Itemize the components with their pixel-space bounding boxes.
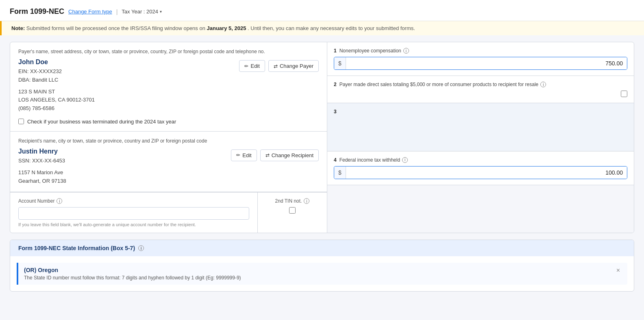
page-header: Form 1099-NEC Change Form type | Tax Yea… — [0, 0, 644, 21]
account-hint: If you leave this field blank, we'll aut… — [18, 222, 249, 227]
payer-phone: (085) 785-6586 — [18, 104, 239, 113]
field-2-checkbox-row — [334, 91, 627, 97]
right-panel: 1 Nonemployee compensation i $ 2 Payer m… — [327, 42, 634, 233]
state-item-content: (OR) Oregon The State ID number must fol… — [24, 267, 615, 281]
account-section: Account Number i If you leave this field… — [10, 192, 258, 233]
field-3-block: 3 — [327, 103, 634, 151]
state-header: Form 1099-NEC State Information (Box 5-7… — [10, 240, 634, 256]
field-4-input-wrap: $ — [334, 166, 627, 179]
note-date: January 5, 2025 — [207, 25, 246, 31]
field-2-block: 2 Payer made direct sales totaling $5,00… — [327, 76, 634, 103]
edit-icon: ✏ — [244, 63, 248, 69]
field-4-info-icon[interactable]: i — [402, 157, 408, 163]
state-item: (OR) Oregon The State ID number must fol… — [17, 263, 627, 285]
payer-info: John Doe EIN: XX-XXXX232 DBA: Bandit LLC… — [18, 58, 239, 113]
field-2-checkbox[interactable] — [621, 91, 627, 97]
payer-section: Payer's name, street address, city or to… — [10, 42, 327, 132]
edit-icon: ✏ — [236, 152, 240, 158]
payer-section-label: Payer's name, street address, city or to… — [18, 49, 319, 54]
field-1-label: 1 Nonemployee compensation i — [334, 48, 627, 54]
state-body: (OR) Oregon The State ID number must fol… — [10, 263, 634, 285]
main-content: Payer's name, street address, city or to… — [0, 35, 644, 298]
state-item-note: The State ID number must follow this for… — [24, 275, 615, 281]
field-4-num: 4 — [334, 157, 337, 163]
dollar-sign-1: $ — [334, 57, 346, 69]
state-title: Form 1099-NEC State Information (Box 5-7… — [18, 245, 135, 251]
payer-address1: 123 S MAIN ST — [18, 88, 239, 96]
payer-name: John Doe — [18, 58, 239, 66]
account-info-icon[interactable]: i — [57, 198, 62, 204]
payer-button-group: ✏ Edit ⇄ Change Payer — [239, 60, 319, 72]
form-title: Form 1099-NEC — [10, 7, 64, 16]
right-panel-spacer — [327, 185, 634, 233]
recipient-info: Justin Henry SSN: XXX-XX-6453 1157 N Mar… — [18, 148, 231, 185]
state-item-name: (OR) Oregon — [24, 267, 615, 273]
payer-edit-button[interactable]: ✏ Edit — [239, 60, 265, 72]
change-payer-button[interactable]: ⇄ Change Payer — [268, 60, 319, 72]
payer-ein: EIN: XX-XXXX232 — [18, 67, 239, 76]
field-2-info-icon[interactable]: i — [540, 82, 546, 87]
bottom-row: Account Number i If you leave this field… — [10, 192, 327, 233]
recipient-section: Recipient's name, city or town, state or… — [10, 132, 327, 192]
field-2-num: 2 — [334, 82, 337, 87]
field-4-input[interactable] — [346, 166, 627, 179]
terminated-label: Check if your business was terminated du… — [27, 119, 176, 125]
change-recipient-icon: ⇄ — [265, 152, 270, 158]
recipient-ssn: SSN: XXX-XX-6453 — [18, 157, 231, 165]
field-1-info-icon[interactable]: i — [403, 48, 409, 54]
field-4-block: 4 Federal income tax withheld i $ — [327, 151, 634, 185]
field-1-block: 1 Nonemployee compensation i $ — [327, 42, 634, 76]
note-prefix: Note: — [11, 25, 25, 31]
field-1-input-wrap: $ — [334, 57, 627, 70]
field-2-label: 2 Payer made direct sales totaling $5,00… — [334, 82, 627, 87]
terminated-row: Check if your business was terminated du… — [18, 119, 319, 125]
field-1-input[interactable] — [346, 57, 627, 69]
recipient-section-label: Recipient's name, city or town, state or… — [18, 138, 319, 144]
note-banner: Note: Submitted forms will be processed … — [0, 21, 644, 35]
terminated-checkbox[interactable] — [18, 119, 24, 124]
form-card-inner: Payer's name, street address, city or to… — [10, 42, 634, 233]
tin-section: 2nd TIN not. i — [258, 192, 327, 233]
state-card: Form 1099-NEC State Information (Box 5-7… — [10, 240, 634, 292]
change-payer-icon: ⇄ — [274, 63, 278, 69]
field-3-num: 3 — [334, 109, 337, 115]
payer-address2: LOS ANGELES, CA 90012-3701 — [18, 96, 239, 104]
change-form-link[interactable]: Change Form type — [68, 9, 112, 15]
recipient-button-group: ✏ Edit ⇄ Change Recipient — [231, 149, 319, 161]
field-3-label: 3 — [334, 109, 627, 115]
account-label: Account Number i — [18, 198, 249, 204]
recipient-name-row: Justin Henry SSN: XXX-XX-6453 1157 N Mar… — [18, 148, 319, 185]
state-info-icon[interactable]: i — [138, 245, 144, 251]
note-text: Submitted forms will be processed once t… — [26, 25, 207, 31]
separator: | — [116, 9, 118, 15]
form-card: Payer's name, street address, city or to… — [10, 42, 634, 233]
recipient-name: Justin Henry — [18, 148, 231, 155]
state-item-close-button[interactable]: × — [615, 267, 622, 274]
recipient-address2: Gearhart, OR 97138 — [18, 177, 231, 186]
chevron-down-icon: ▾ — [160, 9, 162, 14]
field-1-num: 1 — [334, 48, 337, 54]
tin-label: 2nd TIN not. i — [275, 198, 310, 204]
field-4-label: 4 Federal income tax withheld i — [334, 157, 627, 163]
tin-checkbox[interactable] — [289, 207, 296, 214]
payer-dba: DBA: Bandit LLC — [18, 76, 239, 84]
change-recipient-button[interactable]: ⇄ Change Recipient — [260, 149, 319, 161]
recipient-edit-button[interactable]: ✏ Edit — [231, 149, 257, 161]
left-panel: Payer's name, street address, city or to… — [10, 42, 327, 233]
recipient-address1: 1157 N Marion Ave — [18, 169, 231, 177]
tax-year[interactable]: Tax Year : 2024 ▾ — [122, 9, 162, 15]
account-input[interactable] — [18, 207, 249, 220]
dollar-sign-4: $ — [334, 166, 346, 179]
note-suffix: . Until then, you can make any necessary… — [248, 25, 415, 31]
payer-name-row: John Doe EIN: XX-XXXX232 DBA: Bandit LLC… — [18, 58, 319, 113]
tin-info-icon[interactable]: i — [304, 198, 309, 204]
